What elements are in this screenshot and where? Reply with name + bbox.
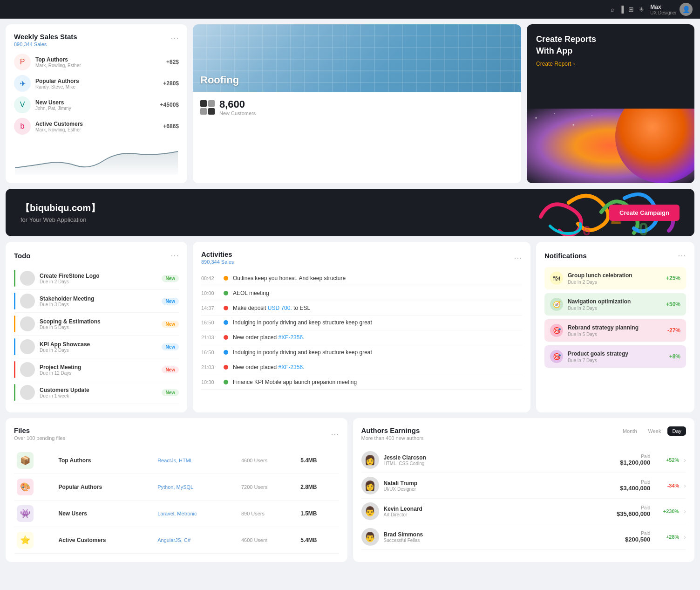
top-authors-info: Top Authors Mark, Rowling, Esther bbox=[35, 56, 162, 68]
activity-2: 10:00 AEOL meeting bbox=[201, 286, 522, 301]
author-paid-label-3: Paid bbox=[617, 505, 650, 510]
todo-bar-5 bbox=[14, 361, 15, 378]
avatar[interactable]: 👤 bbox=[680, 3, 693, 16]
mini-sq-3 bbox=[200, 108, 207, 115]
bar-icon[interactable]: ▐ bbox=[619, 6, 624, 13]
todo-name-4: KPI App Showcase bbox=[40, 341, 157, 348]
popular-authors-val: +280$ bbox=[163, 80, 179, 87]
author-avatar-3: 👨 bbox=[361, 502, 379, 520]
todo-card: Todo ⋯ Create FireStone Logo Due in 2 Da… bbox=[6, 242, 187, 412]
author-row-1: 👩 Jessie Clarcson HTML, CSS Coding Paid … bbox=[361, 447, 686, 473]
create-campaign-button[interactable]: Create Campaign bbox=[609, 205, 680, 221]
active-customers-icon: b bbox=[14, 118, 31, 135]
authors-title: Authors Earnings bbox=[361, 426, 424, 434]
file-size-3: 1.5MB bbox=[300, 510, 336, 517]
notif-val-1: +25% bbox=[666, 275, 680, 281]
todo-badge-1: New bbox=[162, 275, 179, 282]
roofing-lower: 8,600 New Customers bbox=[193, 92, 521, 123]
notif-val-3: -27% bbox=[667, 327, 680, 334]
top-authors-sub: Mark, Rowling, Esther bbox=[35, 63, 162, 68]
popular-authors-icon: ✈ bbox=[14, 75, 31, 92]
svg-point-6 bbox=[591, 115, 592, 116]
new-users-sub: John, Pat, Jimmy bbox=[35, 106, 156, 111]
notif-name-3: Rebrand strategy planning bbox=[568, 324, 663, 331]
authors-header: Authors Earnings More than 400 new autho… bbox=[361, 426, 686, 441]
activity-text-6: Indulging in poorly driving and keep str… bbox=[233, 349, 372, 357]
activity-dot-2 bbox=[224, 291, 228, 295]
author-chevron-1[interactable]: › bbox=[684, 456, 686, 464]
todo-badge-4: New bbox=[162, 343, 179, 350]
activity-link-5[interactable]: #XF-2356. bbox=[278, 334, 304, 341]
tab-week[interactable]: Week bbox=[644, 426, 666, 436]
create-reports-card: Create ReportsWith App Create Report › bbox=[527, 24, 694, 183]
author-earning-2: Paid $3,400,000 bbox=[620, 480, 650, 492]
todo-bar-4 bbox=[14, 338, 15, 355]
notif-val-2: +50% bbox=[666, 301, 680, 308]
author-role-3: Art Director bbox=[384, 512, 612, 517]
weekly-dots[interactable]: ⋯ bbox=[170, 33, 179, 43]
files-dots[interactable]: ⋯ bbox=[331, 429, 339, 439]
todo-name-6: Customers Update bbox=[40, 387, 157, 393]
todo-dots[interactable]: ⋯ bbox=[170, 250, 179, 261]
authors-earnings-card: Authors Earnings More than 400 new autho… bbox=[353, 418, 695, 562]
todo-info-4: KPI App Showcase Due in 2 Days bbox=[40, 341, 157, 353]
notif-icon-2: 🧭 bbox=[550, 298, 563, 311]
todo-item-3: Scoping & Estimations Due in 5 Days New bbox=[14, 313, 179, 336]
roofing-stat: 8,600 New Customers bbox=[219, 98, 256, 116]
files-header: Files Over 100 pending files ⋯ bbox=[14, 426, 339, 441]
top-nav: ⌕ ▐ ⊞ ☀ Max UX Designer 👤 bbox=[0, 0, 700, 19]
roofing-label: New Customers bbox=[219, 110, 256, 116]
file-name-2: Popular Authors bbox=[59, 484, 152, 490]
tab-month[interactable]: Month bbox=[618, 426, 642, 436]
popular-authors-name: Popular Authors bbox=[35, 78, 158, 84]
author-paid-label-1: Paid bbox=[620, 454, 650, 459]
file-size-1: 5.4MB bbox=[300, 457, 336, 464]
todo-name-2: Stakeholder Meeting bbox=[40, 295, 157, 302]
activity-time-8: 10:30 bbox=[201, 379, 219, 385]
activity-dot-8 bbox=[224, 380, 228, 384]
todo-header: Todo ⋯ bbox=[14, 250, 179, 261]
activity-text-3: Make deposit USD 700. to ESL bbox=[233, 304, 310, 312]
svg-point-3 bbox=[536, 117, 537, 119]
stats-item-active-customers: b Active Customers Mark, Rowling, Esther… bbox=[14, 118, 179, 135]
file-icon-3: 👾 bbox=[17, 505, 34, 522]
notif-item-2: 🧭 Navigation optimization Due in 2 Days … bbox=[544, 293, 686, 316]
todo-bar-2 bbox=[14, 293, 15, 309]
file-users-3: 890 Users bbox=[241, 511, 295, 516]
file-size-2: 2.8MB bbox=[300, 484, 336, 490]
notifications-dots[interactable]: ⋯ bbox=[678, 250, 686, 261]
notifications-title: Notifications bbox=[544, 252, 587, 260]
notif-info-4: Product goals strategy Due in 7 Days bbox=[568, 350, 665, 363]
author-chevron-2[interactable]: › bbox=[684, 482, 686, 489]
author-earning-4: Paid $200,500 bbox=[625, 531, 650, 543]
files-title: Files bbox=[14, 426, 65, 434]
activity-link-3[interactable]: USD 700. bbox=[268, 305, 292, 311]
new-users-icon: V bbox=[14, 96, 31, 113]
author-avatar-1: 👩 bbox=[361, 451, 379, 469]
grid-icon[interactable]: ⊞ bbox=[628, 6, 634, 13]
search-icon[interactable]: ⌕ bbox=[611, 6, 614, 13]
top-authors-name: Top Authors bbox=[35, 56, 162, 63]
svg-point-4 bbox=[554, 113, 555, 114]
todo-item-5: Project Meeting Due in 12 Days New bbox=[14, 358, 179, 381]
roofing-num: 8,600 bbox=[219, 98, 256, 110]
activity-time-3: 14:37 bbox=[201, 305, 219, 311]
activity-list: 08:42 Outlines keep you honest. And keep… bbox=[201, 271, 522, 390]
row-4: Files Over 100 pending files ⋯ 📦 Top Aut… bbox=[6, 418, 694, 562]
activity-time-1: 08:42 bbox=[201, 275, 219, 281]
author-amount-1: $1,200,000 bbox=[620, 459, 650, 466]
create-report-link[interactable]: Create Report › bbox=[536, 61, 685, 67]
campaign-text: 【biqubiqu.com】 for Your Web Application bbox=[20, 202, 609, 223]
tab-day[interactable]: Day bbox=[667, 426, 686, 436]
author-chevron-4[interactable]: › bbox=[684, 533, 686, 541]
todo-avatar-2 bbox=[20, 294, 35, 309]
notif-item-1: 🍽 Group lunch celebration Due in 2 Days … bbox=[544, 267, 686, 289]
activity-dot-5 bbox=[224, 335, 228, 340]
file-name-4: Active Customers bbox=[59, 537, 152, 543]
svg-point-5 bbox=[573, 124, 574, 126]
activity-link-7[interactable]: #XF-2356. bbox=[278, 364, 304, 370]
theme-icon[interactable]: ☀ bbox=[639, 6, 645, 13]
author-chevron-3[interactable]: › bbox=[684, 508, 686, 515]
activities-dots[interactable]: ⋯ bbox=[514, 253, 522, 263]
create-reports-top: Create ReportsWith App Create Report › bbox=[527, 24, 694, 109]
